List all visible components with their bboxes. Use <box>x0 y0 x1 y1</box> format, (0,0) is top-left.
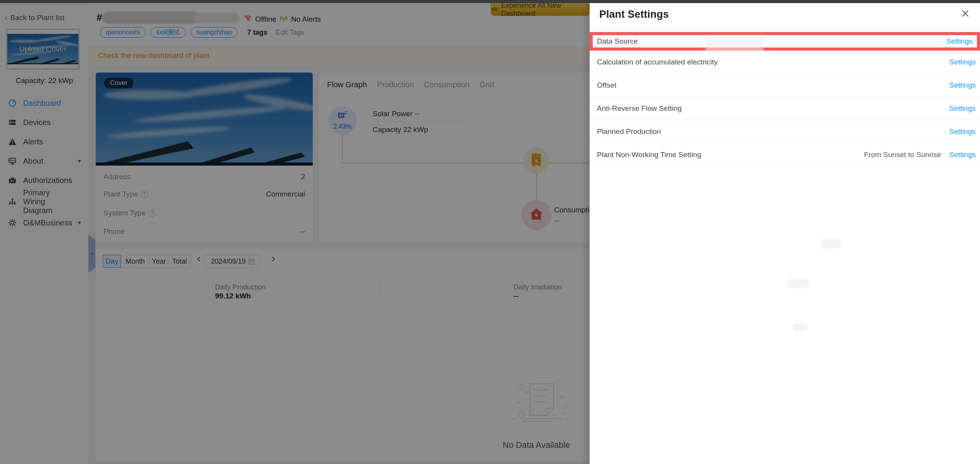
close-icon[interactable] <box>961 9 970 18</box>
planned-production-settings-link[interactable]: Settings <box>949 127 976 136</box>
offset-settings-link[interactable]: Settings <box>949 81 976 90</box>
window-top-strip <box>0 0 980 3</box>
drawer-title: Plant Settings <box>599 8 669 20</box>
settings-row-non-working-time: Plant Non-Working Time Setting From Suns… <box>590 143 980 166</box>
watermark-blob <box>821 239 841 249</box>
plant-settings-drawer: Plant Settings Data Source Settings Calc… <box>590 0 980 464</box>
settings-row-offset: Offset Settings <box>590 74 980 97</box>
non-working-time-value: From Sunset to Sunrise <box>864 151 941 159</box>
drawer-header: Plant Settings <box>590 0 980 29</box>
modal-dim-overlay[interactable] <box>0 0 590 464</box>
watermark-blob <box>705 36 763 53</box>
settings-row-planned-production: Planned Production Settings <box>590 120 980 143</box>
accumulated-electricity-settings-link[interactable]: Settings <box>949 58 976 66</box>
settings-row-accumulated-electricity: Calculation of accumulated electricity S… <box>590 51 980 74</box>
settings-row-anti-reverse-flow: Anti-Reverse Flow Setting Settings <box>590 97 980 120</box>
anti-reverse-flow-settings-link[interactable]: Settings <box>949 104 976 113</box>
settings-row-data-source: Data Source Settings <box>590 32 980 51</box>
plant-dashboard-page: ‹ Back to Plant list Upload Cover Capaci… <box>0 0 980 464</box>
non-working-time-settings-link[interactable]: Settings <box>949 151 976 159</box>
watermark-blob <box>793 323 807 331</box>
watermark-blob <box>787 279 808 288</box>
data-source-settings-link[interactable]: Settings <box>946 37 973 46</box>
